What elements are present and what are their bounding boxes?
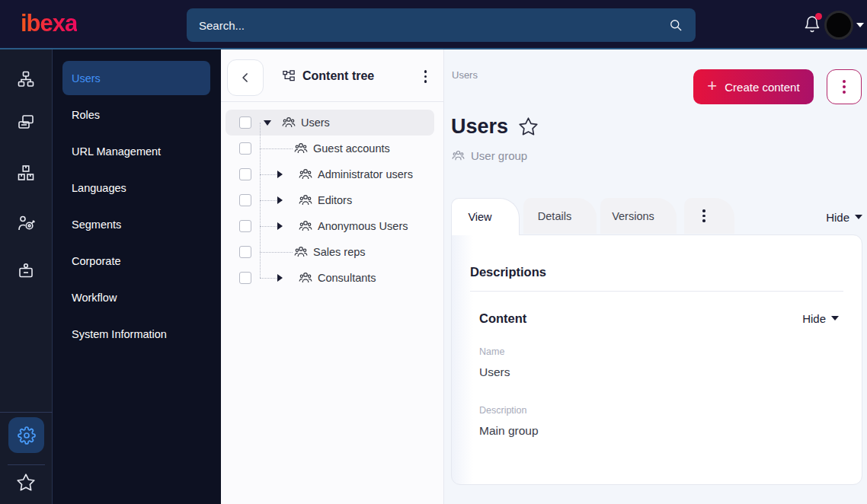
tree-item-label: Editors (318, 194, 352, 206)
tree-item-checkbox[interactable] (239, 194, 251, 206)
content-type-row: User group (452, 149, 527, 162)
star-icon[interactable] (16, 473, 36, 493)
user-group-icon (294, 245, 308, 259)
notification-dot (815, 13, 822, 20)
tab-view[interactable]: View (451, 198, 520, 235)
user-group-icon (299, 167, 312, 181)
tree-icon (282, 69, 296, 83)
user-group-icon (299, 193, 312, 207)
search-icon (668, 18, 683, 33)
user-avatar[interactable] (824, 11, 853, 40)
notifications-button[interactable] (803, 15, 823, 35)
breadcrumb[interactable]: Users (452, 69, 478, 81)
tree-item-label: Anonymous Users (318, 220, 408, 232)
sidebar-item-languages[interactable]: Languages (62, 171, 210, 205)
kebab-icon (702, 209, 705, 222)
user-group-icon (294, 142, 308, 155)
expand-node-icon[interactable] (277, 274, 286, 282)
rail-divider (0, 412, 53, 413)
chevron-left-icon (238, 70, 253, 85)
tree-item-editors[interactable]: Editors (226, 187, 434, 213)
caret-down-icon (831, 316, 839, 324)
field-label-name: Name (479, 346, 862, 357)
sidebar-item-label: Roles (72, 109, 100, 121)
topbar: ibexa (0, 0, 867, 49)
sidebar-item-label: Languages (72, 182, 126, 194)
hide-label: Hide (802, 312, 826, 325)
tree-guide-line (260, 252, 293, 253)
expand-node-icon[interactable] (277, 196, 286, 204)
user-menu-caret-icon[interactable] (856, 23, 864, 31)
pages-icon[interactable] (17, 113, 35, 132)
content-type-label: User group (471, 149, 527, 162)
personalization-icon[interactable] (17, 214, 35, 232)
descriptions-heading: Descriptions (470, 265, 843, 279)
tree-item-checkbox[interactable] (239, 168, 251, 180)
collapse-node-icon[interactable] (264, 120, 271, 129)
expand-node-icon[interactable] (277, 171, 286, 178)
sidebar-item-segments[interactable]: Segments (62, 207, 210, 241)
global-search[interactable] (187, 8, 696, 42)
hide-label: Hide (826, 211, 849, 224)
tree-item-sales-reps[interactable]: Sales reps (226, 239, 434, 265)
tree-item-label: Guest accounts (313, 142, 390, 155)
tab-label: Details (538, 210, 571, 222)
field-value-name: Users (479, 365, 862, 379)
tree-item-checkbox[interactable] (239, 116, 251, 129)
content-tree-header: Content tree (221, 49, 443, 102)
user-group-icon (299, 271, 312, 285)
view-tab-card: Descriptions Content Hide Name Users Des… (451, 234, 862, 485)
tab-versions[interactable]: Versions (600, 198, 677, 234)
sidebar-item-users[interactable]: Users (62, 61, 210, 95)
tree-item-anonymous-users[interactable]: Anonymous Users (226, 213, 434, 239)
tree-item-label: Consultants (318, 272, 376, 284)
content-section-header: Content Hide (479, 311, 839, 326)
tree-item-label: Administrator users (318, 168, 413, 180)
tab-more-button[interactable] (684, 198, 734, 234)
sidebar-item-label: System Information (72, 328, 167, 340)
content-options-button[interactable] (827, 69, 862, 104)
ibexa-logo[interactable]: ibexa (21, 10, 77, 37)
field-label-description: Description (479, 405, 862, 416)
tree-item-guest-accounts[interactable]: Guest accounts (226, 136, 434, 161)
hide-panel-toggle[interactable]: Hide (826, 211, 862, 224)
sidebar-item-corporate[interactable]: Corporate (62, 244, 210, 278)
tree-guide-line (260, 148, 293, 149)
tab-details[interactable]: Details (523, 198, 597, 234)
packages-icon[interactable] (17, 164, 35, 182)
collapse-tree-button[interactable] (227, 59, 264, 96)
tree-item-administrator-users[interactable]: Administrator users (226, 161, 434, 187)
bookmark-star-icon[interactable] (518, 116, 539, 137)
page-title: Users (451, 115, 539, 139)
sidebar-item-system-information[interactable]: System Information (62, 317, 210, 351)
sidebar-item-workflow[interactable]: Workflow (62, 280, 210, 314)
sidebar-item-url-management[interactable]: URL Management (62, 134, 210, 168)
create-content-button[interactable]: + Create content (693, 69, 814, 104)
field-value-description: Main group (479, 424, 862, 438)
tree-item-label: Sales reps (313, 246, 366, 258)
tree-item-checkbox[interactable] (239, 220, 251, 232)
caret-down-icon (855, 215, 862, 223)
settings-button[interactable] (8, 417, 44, 453)
tree-options-button[interactable] (423, 69, 429, 85)
badge-icon[interactable] (17, 262, 35, 280)
hide-section-toggle[interactable]: Hide (802, 312, 839, 325)
user-group-icon (282, 116, 296, 129)
sitemap-icon[interactable] (17, 70, 35, 88)
tree-item-checkbox[interactable] (239, 272, 251, 284)
sidebar-item-label: Workflow (72, 292, 117, 304)
tree-guide-line (260, 226, 277, 227)
kebab-icon (843, 80, 846, 94)
expand-node-icon[interactable] (277, 222, 286, 230)
content-heading: Content (479, 311, 526, 326)
sidebar-item-roles[interactable]: Roles (62, 97, 210, 132)
tab-label: View (468, 211, 491, 223)
tab-bar: View Details Versions Hide (451, 198, 862, 234)
create-content-label: Create content (725, 81, 799, 94)
search-input[interactable] (199, 19, 668, 32)
tree-item-users[interactable]: Users (226, 110, 434, 136)
tree-item-checkbox[interactable] (239, 142, 251, 155)
tree-item-consultants[interactable]: Consultants (226, 265, 434, 291)
tree-item-checkbox[interactable] (239, 246, 251, 258)
content-tree-list: Users Guest accounts Administrator users (221, 110, 443, 291)
